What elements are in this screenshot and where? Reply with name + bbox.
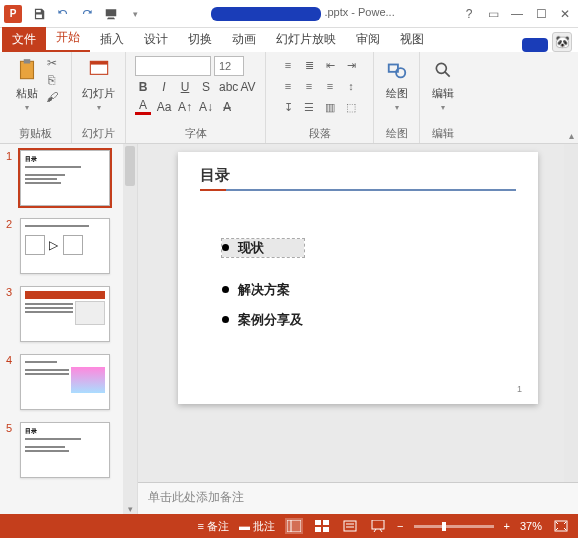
zoom-level[interactable]: 37% bbox=[520, 520, 542, 532]
qat-dropdown-icon[interactable]: ▾ bbox=[126, 5, 144, 23]
drawing-button[interactable]: 绘图 ▾ bbox=[383, 56, 411, 112]
redo-icon[interactable] bbox=[78, 5, 96, 23]
normal-view-icon[interactable] bbox=[285, 518, 303, 534]
change-case-icon[interactable]: Aa bbox=[156, 100, 172, 114]
paste-label: 粘贴 bbox=[16, 86, 38, 101]
reading-view-icon[interactable] bbox=[341, 518, 359, 534]
svg-rect-14 bbox=[344, 521, 356, 531]
align-right-icon[interactable]: ≡ bbox=[321, 77, 339, 95]
editor-scrollbar[interactable] bbox=[564, 144, 578, 482]
thumbnail-3[interactable]: 3 bbox=[0, 280, 137, 348]
bullet-item[interactable]: 解决方案 bbox=[222, 281, 516, 299]
quick-access-toolbar: ▾ bbox=[30, 5, 144, 23]
align-center-icon[interactable]: ≡ bbox=[300, 77, 318, 95]
paste-button[interactable]: 粘贴 ▾ bbox=[13, 56, 41, 112]
align-text-icon[interactable]: ☰ bbox=[300, 98, 318, 116]
cut-icon[interactable]: ✂ bbox=[45, 56, 59, 70]
redacted-filename bbox=[211, 7, 321, 21]
svg-rect-0 bbox=[20, 61, 33, 78]
thumbnail-1[interactable]: 1 目录 bbox=[0, 144, 137, 212]
ribbon-tabs: 文件 开始 插入 设计 切换 动画 幻灯片放映 审阅 视图 🐼 bbox=[0, 28, 578, 52]
numbering-icon[interactable]: ≣ bbox=[300, 56, 318, 74]
slideshow-view-icon[interactable] bbox=[369, 518, 387, 534]
close-icon[interactable]: ✕ bbox=[558, 7, 572, 21]
shadow-icon[interactable]: abc bbox=[219, 80, 235, 94]
tab-transitions[interactable]: 切换 bbox=[178, 27, 222, 52]
window-controls: ? ▭ — ☐ ✕ bbox=[462, 7, 572, 21]
group-font: 12 B I U S abc AV A Aa A↑ A↓ A̶ 字体 bbox=[126, 52, 266, 143]
slide-title[interactable]: 目录 bbox=[200, 166, 516, 185]
sorter-view-icon[interactable] bbox=[313, 518, 331, 534]
tab-animations[interactable]: 动画 bbox=[222, 27, 266, 52]
italic-icon[interactable]: I bbox=[156, 80, 172, 94]
underline-icon[interactable]: U bbox=[177, 80, 193, 94]
tab-review[interactable]: 审阅 bbox=[346, 27, 390, 52]
spacing-icon[interactable]: AV bbox=[240, 80, 256, 94]
account-avatar[interactable]: 🐼 bbox=[552, 32, 572, 52]
zoom-slider[interactable] bbox=[414, 525, 494, 528]
bullet-item[interactable]: 案例分享及 bbox=[222, 311, 516, 329]
svg-rect-17 bbox=[372, 520, 384, 529]
notes-pane[interactable]: 单击此处添加备注 bbox=[138, 482, 578, 514]
text-direction-icon[interactable]: ↧ bbox=[279, 98, 297, 116]
zoom-in-icon[interactable]: + bbox=[504, 520, 510, 532]
help-icon[interactable]: ? bbox=[462, 7, 476, 21]
zoom-out-icon[interactable]: − bbox=[397, 520, 403, 532]
line-spacing-icon[interactable]: ↕ bbox=[342, 77, 360, 95]
ribbon: 粘贴 ▾ ✂ ⎘ 🖌 剪贴板 幻灯片 ▾ 幻灯片 12 B I bbox=[0, 52, 578, 144]
thumbnails-scrollbar[interactable]: ▴ ▾ bbox=[123, 144, 137, 514]
comments-toggle[interactable]: ▬ 批注 bbox=[239, 519, 275, 534]
slides-group-label: 幻灯片 bbox=[82, 126, 115, 141]
thumbnail-4[interactable]: 4 bbox=[0, 348, 137, 416]
strikethrough-icon[interactable]: S bbox=[198, 80, 214, 94]
paragraph-group-label: 段落 bbox=[309, 126, 331, 141]
svg-rect-13 bbox=[323, 527, 329, 532]
maximize-icon[interactable]: ☐ bbox=[534, 7, 548, 21]
indent-dec-icon[interactable]: ⇤ bbox=[321, 56, 339, 74]
thumbnail-5[interactable]: 5 目录 bbox=[0, 416, 137, 484]
window-title: .pptx - Powe... bbox=[144, 6, 462, 20]
font-color-icon[interactable]: A bbox=[135, 98, 151, 115]
thumb-number: 2 bbox=[6, 218, 16, 274]
clear-format-icon[interactable]: A̶ bbox=[219, 100, 235, 114]
redacted-user bbox=[522, 38, 548, 52]
collapse-ribbon-icon[interactable]: ▴ bbox=[569, 130, 574, 141]
bold-icon[interactable]: B bbox=[135, 80, 151, 94]
tab-slideshow[interactable]: 幻灯片放映 bbox=[266, 27, 346, 52]
editing-button[interactable]: 编辑 ▾ bbox=[429, 56, 457, 112]
thumbnail-2[interactable]: 2 ▷ bbox=[0, 212, 137, 280]
font-name-select[interactable] bbox=[135, 56, 211, 76]
font-size-select[interactable]: 12 bbox=[214, 56, 244, 76]
svg-rect-8 bbox=[287, 520, 301, 532]
format-painter-icon[interactable]: 🖌 bbox=[45, 90, 59, 104]
svg-rect-1 bbox=[23, 59, 30, 63]
grow-font-icon[interactable]: A↑ bbox=[177, 100, 193, 114]
ribbon-display-icon[interactable]: ▭ bbox=[486, 7, 500, 21]
bullet-item[interactable]: 现状 bbox=[222, 239, 304, 257]
tab-file[interactable]: 文件 bbox=[2, 27, 46, 52]
smartart-icon[interactable]: ⬚ bbox=[342, 98, 360, 116]
indent-inc-icon[interactable]: ⇥ bbox=[342, 56, 360, 74]
tab-design[interactable]: 设计 bbox=[134, 27, 178, 52]
editing-group-label: 编辑 bbox=[432, 126, 454, 141]
copy-icon[interactable]: ⎘ bbox=[45, 73, 59, 87]
save-icon[interactable] bbox=[30, 5, 48, 23]
slideshow-icon[interactable] bbox=[102, 5, 120, 23]
fit-to-window-icon[interactable] bbox=[552, 518, 570, 534]
svg-line-7 bbox=[445, 72, 450, 77]
title-suffix: .pptx - Powe... bbox=[324, 6, 394, 18]
tab-insert[interactable]: 插入 bbox=[90, 27, 134, 52]
thumb-number: 5 bbox=[6, 422, 16, 478]
tab-home[interactable]: 开始 bbox=[46, 25, 90, 52]
minimize-icon[interactable]: — bbox=[510, 7, 524, 21]
slide-canvas[interactable]: 目录 现状 解决方案 案例分享及 1 bbox=[178, 152, 538, 404]
align-left-icon[interactable]: ≡ bbox=[279, 77, 297, 95]
columns-icon[interactable]: ▥ bbox=[321, 98, 339, 116]
slide-bullets[interactable]: 现状 解决方案 案例分享及 bbox=[222, 227, 516, 329]
undo-icon[interactable] bbox=[54, 5, 72, 23]
new-slide-button[interactable]: 幻灯片 ▾ bbox=[82, 56, 115, 112]
shrink-font-icon[interactable]: A↓ bbox=[198, 100, 214, 114]
bullets-icon[interactable]: ≡ bbox=[279, 56, 297, 74]
notes-toggle[interactable]: ≡ 备注 bbox=[198, 519, 229, 534]
tab-view[interactable]: 视图 bbox=[390, 27, 434, 52]
